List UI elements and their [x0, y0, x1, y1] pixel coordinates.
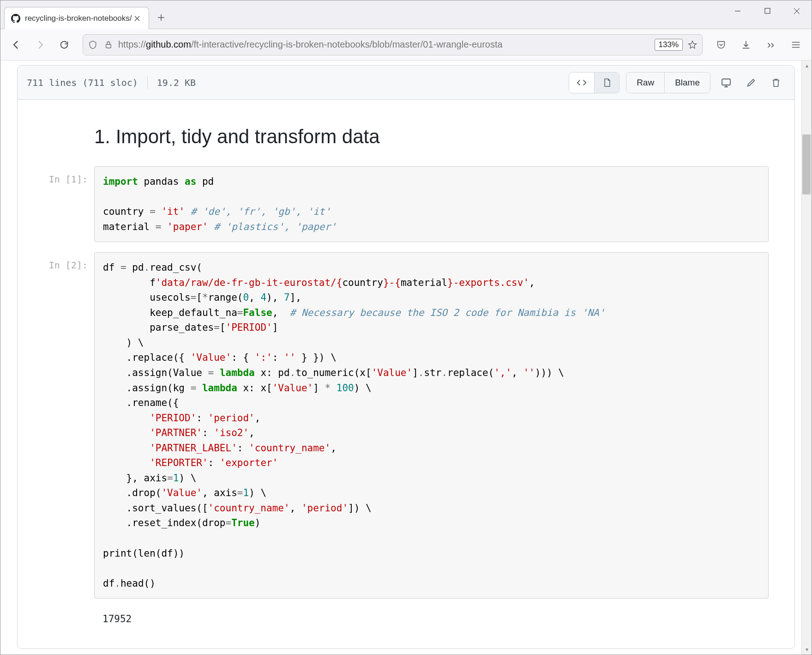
window-close-button[interactable]: [782, 0, 812, 21]
browser-tab[interactable]: recycling-is-broken-notebooks/: [4, 7, 149, 29]
source-view-button[interactable]: [569, 73, 594, 93]
cell-input[interactable]: import pandas as pd country = 'it' # 'de…: [94, 166, 769, 242]
delete-trash-icon[interactable]: [767, 73, 785, 92]
cell-prompt: In [2]:: [43, 252, 94, 599]
desktop-icon[interactable]: [717, 73, 735, 92]
svg-rect-0: [765, 8, 770, 13]
bookmark-star-icon[interactable]: [685, 37, 700, 53]
notebook-body: 1. Import, tidy and transform data In [1…: [18, 100, 794, 649]
tab-close-icon[interactable]: [132, 13, 142, 24]
address-bar[interactable]: https://github.com/ft-interactive/recycl…: [83, 34, 703, 55]
browser-titlebar: recycling-is-broken-notebooks/: [0, 0, 812, 29]
svg-rect-1: [106, 44, 111, 48]
blame-button[interactable]: Blame: [664, 73, 710, 93]
downloads-icon[interactable]: [736, 35, 756, 55]
divider: [147, 76, 148, 89]
reload-button[interactable]: [54, 35, 74, 55]
scrollbar-thumb[interactable]: [802, 134, 811, 194]
window-controls: [723, 0, 812, 21]
menu-icon[interactable]: [786, 35, 806, 55]
cell-output: 17952: [94, 609, 769, 629]
vertical-scrollbar[interactable]: ▴ ▾: [801, 61, 812, 655]
new-tab-button[interactable]: [155, 11, 168, 24]
browser-toolbar: https://github.com/ft-interactive/recycl…: [0, 29, 812, 61]
cell-prompt: In [1]:: [43, 166, 94, 242]
tab-title: recycling-is-broken-notebooks/: [25, 14, 132, 23]
svg-rect-2: [722, 79, 730, 85]
notebook-cell: In [2]: df = pd.read_csv( f'data/raw/de-…: [43, 252, 769, 599]
file-lines: 711 lines (711 sloc): [27, 77, 138, 88]
file-view-frame: 711 lines (711 sloc) 19.2 KB Raw Blame: [17, 65, 795, 649]
overflow-chevron-icon[interactable]: [761, 35, 781, 55]
window-minimize-button[interactable]: [723, 0, 752, 21]
edit-pencil-icon[interactable]: [742, 73, 760, 92]
raw-blame-group: Raw Blame: [626, 72, 710, 93]
github-icon: [11, 14, 20, 23]
forward-button[interactable]: [30, 35, 50, 55]
back-button[interactable]: [6, 35, 26, 55]
scroll-up-arrow-icon[interactable]: ▴: [802, 61, 812, 71]
cell-prompt-empty: [43, 609, 94, 629]
file-size: 19.2 KB: [157, 77, 196, 88]
notebook-heading: 1. Import, tidy and transform data: [94, 126, 769, 148]
shield-icon[interactable]: [85, 37, 101, 53]
zoom-badge[interactable]: 133%: [655, 39, 683, 51]
lock-icon[interactable]: [101, 37, 116, 53]
scroll-down-arrow-icon[interactable]: ▾: [802, 644, 812, 655]
raw-button[interactable]: Raw: [626, 73, 664, 93]
pocket-icon[interactable]: [711, 35, 731, 55]
file-header: 711 lines (711 sloc) 19.2 KB Raw Blame: [18, 66, 794, 100]
page-content: 711 lines (711 sloc) 19.2 KB Raw Blame: [0, 61, 812, 655]
window-maximize-button[interactable]: [752, 0, 782, 21]
notebook-cell: In [1]: import pandas as pd country = 'i…: [43, 166, 769, 242]
rendered-view-button[interactable]: [594, 73, 619, 93]
source-rendered-toggle: [569, 72, 620, 93]
notebook-output-cell: 17952: [43, 609, 769, 629]
url-text: https://github.com/ft-interactive/recycl…: [116, 39, 655, 50]
cell-input[interactable]: df = pd.read_csv( f'data/raw/de-fr-gb-it…: [94, 252, 769, 599]
